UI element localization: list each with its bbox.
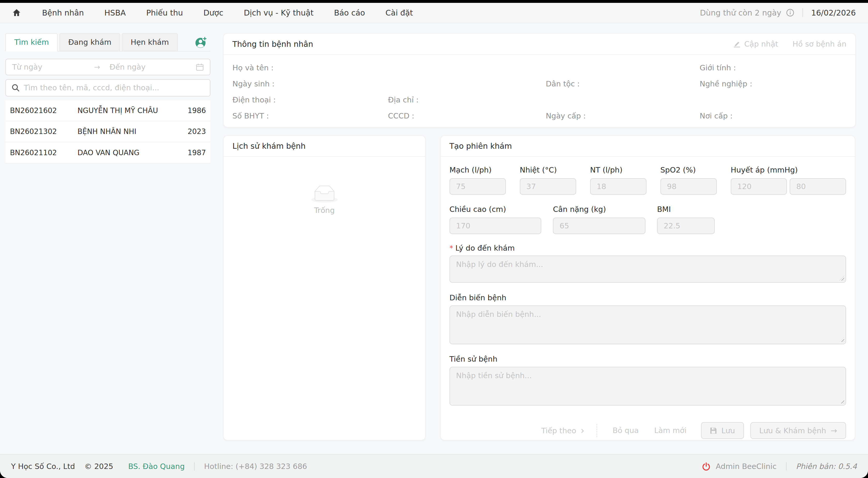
add-patient-icon[interactable] (194, 35, 207, 50)
field-label-dob: Ngày sinh : (232, 80, 388, 88)
date-range-picker[interactable]: Từ ngày → Đến ngày (5, 59, 210, 75)
required-mark: * (450, 244, 453, 252)
doctor-name-link[interactable]: BS. Đào Quang (128, 462, 185, 471)
calendar-icon (196, 63, 204, 71)
patient-birth-year: 1987 (188, 148, 206, 157)
bp-diastolic-input[interactable] (790, 178, 846, 195)
field-label-cccd: CCCD : (388, 112, 546, 120)
progress-textarea[interactable] (450, 305, 846, 344)
next-button[interactable]: Tiếp theo › (537, 426, 589, 435)
patient-row[interactable]: BN26021102 DAO VAN QUANG 1987 (5, 142, 210, 163)
nav-item-benh-nhan[interactable]: Bệnh nhân (42, 8, 84, 17)
spo2-input[interactable] (660, 178, 717, 195)
empty-box-icon (224, 185, 425, 203)
patient-name: NGUYỄN THỊ MỸ CHÂU (78, 106, 188, 115)
search-icon (12, 84, 20, 92)
weight-input[interactable] (553, 217, 646, 234)
nav-item-cai-dat[interactable]: Cài đặt (385, 8, 413, 17)
status-bar: Y Học Số Co., Ltd © 2025 BS. Đào Quang H… (0, 454, 868, 478)
tab-dang-kham[interactable]: Đang khám (59, 33, 120, 52)
exam-history-card: Lịch sử khám bệnh Trống (223, 135, 426, 441)
field-label-name: Họ và tên : (232, 63, 388, 72)
empty-state-text: Trống (224, 206, 425, 215)
progress-label: Diễn biến bệnh (450, 293, 846, 302)
bmi-label: BMI (657, 205, 715, 214)
power-icon[interactable] (702, 462, 710, 471)
patient-code: BN26021302 (10, 127, 78, 136)
respiratory-rate-label: NT (l/ph) (590, 166, 647, 174)
field-label-address: Địa chỉ : (388, 95, 546, 104)
patient-row[interactable]: BN26021602 NGUYỄN THỊ MỸ CHÂU 1986 (5, 100, 210, 121)
arrow-right-icon: → (831, 426, 837, 435)
patient-info-title: Thông tin bệnh nhân (232, 39, 313, 49)
field-label-issue-date: Ngày cấp : (546, 112, 700, 120)
patient-info-card: Thông tin bệnh nhân Cập nhật Hồ sơ bệnh … (223, 33, 856, 127)
patient-list: BN26021602 NGUYỄN THỊ MỸ CHÂU 1986 BN260… (5, 100, 210, 163)
reason-textarea[interactable] (450, 256, 846, 283)
create-session-body: Mạch (l/ph) Nhiệt (°C) NT (l/ph) SpO2 (%… (441, 157, 855, 439)
edit-icon (733, 40, 741, 48)
patient-code: BN26021102 (10, 148, 78, 157)
height-input[interactable] (450, 217, 541, 234)
sidebar-tabs: Tìm kiếm Đang khám Hẹn khám (5, 33, 210, 52)
bmi-input[interactable] (657, 217, 715, 234)
bp-systolic-input[interactable] (731, 178, 787, 195)
patient-info-header: Thông tin bệnh nhân Cập nhật Hồ sơ bệnh … (224, 34, 855, 55)
date-to-field[interactable]: Đến ngày (110, 63, 196, 71)
nav-item-dich-vu-ky-thuat[interactable]: Dịch vụ - Kỹ thuật (244, 8, 314, 17)
range-arrow-icon: → (94, 63, 110, 71)
app-window: Bệnh nhân HSBA Phiếu thu Dược Dịch vụ - … (0, 3, 868, 478)
patient-birth-year: 2023 (188, 127, 206, 136)
update-button[interactable]: Cập nhật (733, 39, 778, 48)
home-icon (12, 8, 21, 17)
nav-item-phieu-thu[interactable]: Phiếu thu (146, 8, 183, 17)
past-history-textarea[interactable] (450, 367, 846, 406)
patient-sidebar: Tìm kiếm Đang khám Hẹn khám Từ ngày → Đế… (5, 33, 210, 52)
patient-birth-year: 1986 (188, 106, 206, 115)
patient-row[interactable]: BN26021302 BỆNH NHÂN NHI 2023 (5, 121, 210, 142)
temperature-label: Nhiệt (°C) (520, 166, 576, 174)
skip-button[interactable]: Bỏ qua (605, 422, 647, 439)
weight-label: Cân nặng (kg) (553, 205, 646, 214)
nav-item-hsba[interactable]: HSBA (104, 8, 126, 17)
patient-code: BN26021602 (10, 106, 78, 115)
create-session-card: Tạo phiên khám Mạch (l/ph) Nhiệt (°C) NT… (440, 135, 855, 441)
medical-records-button[interactable]: Hồ sơ bệnh án (793, 39, 846, 48)
height-label: Chiều cao (cm) (450, 205, 541, 214)
date-from-field[interactable]: Từ ngày (12, 63, 94, 71)
save-and-exam-button[interactable]: Lưu & Khám bệnh → (750, 422, 846, 439)
field-label-phone: Điện thoại : (232, 95, 388, 104)
search-input[interactable] (24, 83, 204, 92)
temperature-input[interactable] (520, 178, 576, 195)
dashed-divider (597, 424, 597, 437)
status-bar-right: Admin BeeClinic Phiên bản: 0.5.4 (702, 462, 857, 471)
navbar-right: Dùng thử còn 2 ngày 16/02/2026 (700, 8, 856, 17)
home-button[interactable] (12, 8, 21, 17)
nav-item-duoc[interactable]: Dược (204, 8, 223, 17)
create-session-header: Tạo phiên khám (441, 136, 855, 157)
pulse-input[interactable] (450, 178, 506, 195)
current-date: 16/02/2026 (811, 8, 856, 17)
spo2-label: SpO2 (%) (660, 166, 717, 174)
tab-hen-kham[interactable]: Hẹn khám (122, 33, 178, 52)
save-button[interactable]: Lưu (701, 422, 744, 439)
reason-label: *Lý do đến khám (450, 244, 846, 252)
reset-button[interactable]: Làm mới (647, 422, 694, 439)
empty-state: Trống (224, 157, 425, 215)
respiratory-rate-input[interactable] (590, 178, 647, 195)
tab-tim-kiem[interactable]: Tìm kiếm (5, 33, 58, 52)
admin-account-link[interactable]: Admin BeeClinic (716, 462, 776, 471)
blood-pressure-label: Huyết áp (mmHg) (731, 166, 846, 174)
trial-countdown-text: Dùng thử còn 2 ngày (700, 8, 781, 17)
patient-info-actions: Cập nhật Hồ sơ bệnh án (733, 39, 846, 48)
main-menu: Bệnh nhân HSBA Phiếu thu Dược Dịch vụ - … (42, 8, 413, 17)
past-history-label: Tiền sử bệnh (450, 355, 846, 363)
pulse-label: Mạch (l/ph) (450, 166, 506, 174)
exam-history-title: Lịch sử khám bệnh (232, 142, 306, 151)
patient-name: DAO VAN QUANG (78, 148, 188, 157)
patient-search (5, 79, 210, 96)
patient-info-body: Họ và tên : Giới tính : Ngày sinh : Dân … (224, 55, 855, 129)
nav-item-bao-cao[interactable]: Báo cáo (334, 8, 365, 17)
session-actions: Tiếp theo › Bỏ qua Làm mới Lưu Lưu & Khá… (450, 422, 846, 439)
info-icon[interactable] (786, 9, 794, 17)
